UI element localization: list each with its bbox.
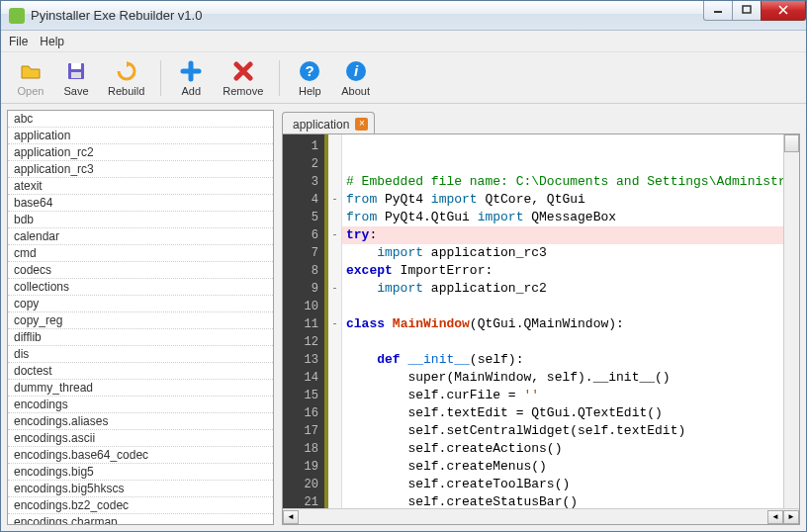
toolbar-separator xyxy=(279,60,280,96)
add-button[interactable]: Add xyxy=(171,57,211,99)
add-icon xyxy=(179,59,203,83)
list-item[interactable]: difflib xyxy=(8,329,273,346)
tab-close-icon[interactable]: × xyxy=(355,118,368,131)
rebuild-icon xyxy=(115,59,138,83)
list-item[interactable]: application xyxy=(8,128,273,144)
list-item[interactable]: encodings.bz2_codec xyxy=(8,497,273,514)
list-item[interactable]: application_rc2 xyxy=(8,144,273,161)
list-item[interactable]: doctest xyxy=(8,363,273,380)
open-button[interactable]: Open xyxy=(11,57,50,99)
titlebar: Pyinstaller Exe Rebuilder v1.0 xyxy=(1,1,806,31)
window-controls xyxy=(704,1,806,21)
list-item[interactable]: dis xyxy=(8,346,273,363)
minimize-icon xyxy=(713,5,723,15)
app-window: Pyinstaller Exe Rebuilder v1.0 File Help… xyxy=(0,0,807,532)
about-icon: i xyxy=(344,59,368,83)
help-button[interactable]: ? Help xyxy=(290,57,329,99)
svg-rect-3 xyxy=(71,63,81,69)
save-button[interactable]: Save xyxy=(56,57,96,99)
close-icon xyxy=(778,5,788,15)
toolbar: Open Save Rebuild Add Remove xyxy=(1,52,806,104)
scroll-right-icon[interactable]: ◄ xyxy=(767,510,783,524)
list-item[interactable]: codecs xyxy=(8,262,273,279)
list-item[interactable]: bdb xyxy=(8,212,273,228)
app-icon xyxy=(9,8,25,24)
list-item[interactable]: abc xyxy=(8,111,273,128)
remove-icon xyxy=(231,59,255,83)
svg-text:?: ? xyxy=(306,62,314,79)
list-item[interactable]: encodings.aliases xyxy=(8,413,273,430)
toolbar-separator xyxy=(160,60,161,96)
fold-column[interactable]: - - - - xyxy=(328,134,342,508)
list-item[interactable]: encodings.ascii xyxy=(8,430,273,447)
maximize-button[interactable] xyxy=(732,1,762,21)
list-item[interactable]: application_rc3 xyxy=(8,161,273,178)
content-area: abcapplicationapplication_rc2application… xyxy=(1,104,806,531)
open-label: Open xyxy=(18,85,45,97)
scroll-left-icon[interactable]: ◄ xyxy=(283,510,299,524)
list-item[interactable]: cmd xyxy=(8,245,273,262)
help-label: Help xyxy=(299,85,321,97)
editor-tabs: application × xyxy=(282,110,800,133)
list-item[interactable]: encodings xyxy=(8,397,273,413)
remove-button[interactable]: Remove xyxy=(217,57,269,99)
minimize-button[interactable] xyxy=(703,1,733,21)
list-item[interactable]: calendar xyxy=(8,228,273,245)
rebuild-label: Rebuild xyxy=(108,85,144,97)
about-button[interactable]: i About xyxy=(335,57,376,99)
remove-label: Remove xyxy=(223,85,263,97)
window-title: Pyinstaller Exe Rebuilder v1.0 xyxy=(31,8,704,23)
about-label: About xyxy=(341,85,370,97)
vertical-scrollbar[interactable] xyxy=(783,134,799,508)
maximize-icon xyxy=(742,5,752,15)
list-item[interactable]: base64 xyxy=(8,195,273,212)
menubar: File Help xyxy=(1,31,806,52)
list-item[interactable]: encodings.big5 xyxy=(8,464,273,481)
add-label: Add xyxy=(182,85,202,97)
svg-rect-0 xyxy=(714,11,722,13)
tab-application[interactable]: application × xyxy=(282,112,375,133)
help-icon: ? xyxy=(298,59,321,83)
menu-file[interactable]: File xyxy=(9,35,28,48)
list-item[interactable]: encodings.charmap xyxy=(8,514,273,525)
list-item[interactable]: copy_reg xyxy=(8,312,273,329)
line-numbers: 123456789101112131415161718192021 xyxy=(283,134,328,508)
horizontal-scrollbar[interactable]: ◄ ◄ ► xyxy=(283,508,799,524)
module-list[interactable]: abcapplicationapplication_rc2application… xyxy=(7,110,274,525)
svg-rect-1 xyxy=(743,6,751,13)
menu-help[interactable]: Help xyxy=(40,35,64,48)
save-icon xyxy=(64,59,88,83)
rebuild-button[interactable]: Rebuild xyxy=(102,57,150,99)
list-item[interactable]: collections xyxy=(8,279,273,296)
code-editor: 123456789101112131415161718192021 - - - … xyxy=(282,133,800,525)
list-item[interactable]: encodings.big5hkscs xyxy=(8,481,273,497)
svg-rect-4 xyxy=(71,72,81,78)
list-item[interactable]: encodings.base64_codec xyxy=(8,447,273,464)
list-item[interactable]: dummy_thread xyxy=(8,380,273,397)
scroll-right-icon[interactable]: ► xyxy=(783,510,799,524)
editor-pane: application × 12345678910111213141516171… xyxy=(282,110,800,525)
editor-body[interactable]: 123456789101112131415161718192021 - - - … xyxy=(283,134,799,508)
list-item[interactable]: atexit xyxy=(8,178,273,195)
close-button[interactable] xyxy=(761,1,806,21)
save-label: Save xyxy=(63,85,88,97)
open-icon xyxy=(19,59,43,83)
list-item[interactable]: copy xyxy=(8,296,273,312)
code-content[interactable]: # Embedded file name: C:\Documents and S… xyxy=(342,134,799,508)
tab-label: application xyxy=(293,118,349,132)
